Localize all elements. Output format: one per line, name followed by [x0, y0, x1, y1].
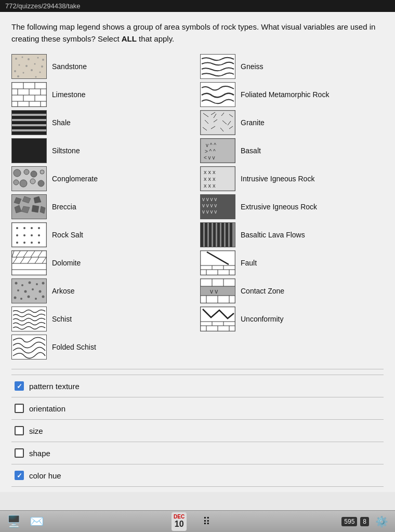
svg-point-139 [28, 296, 30, 298]
svg-point-12 [31, 69, 33, 71]
svg-text:v v v v: v v v v [202, 203, 217, 208]
basalt-label: Basalt [241, 147, 261, 155]
answer-row-pattern-texture[interactable]: pattern texture [11, 375, 384, 397]
checkbox-orientation[interactable] [15, 404, 24, 413]
checkbox-color-hue[interactable] [15, 471, 24, 480]
svg-rect-96 [201, 223, 203, 247]
svg-point-63 [20, 180, 27, 187]
svg-point-128 [15, 282, 18, 285]
dolomite-label: Dolomite [52, 259, 81, 267]
svg-rect-52 [12, 139, 46, 163]
dec-date: 10 [175, 520, 184, 529]
svg-point-62 [14, 180, 19, 185]
taskbar: 🖥️ ✉️ DEC 10 ⠿ 595 8 ⚙️ [0, 510, 395, 532]
legend-item-schist: Schist [11, 307, 195, 331]
unconformity-label: Unconformity [241, 315, 283, 323]
main-content: The following map legend shows a group o… [0, 12, 395, 492]
limestone-label: Limestone [52, 90, 86, 99]
svg-point-136 [39, 290, 42, 293]
svg-point-131 [36, 283, 38, 285]
answer-label-shape: shape [29, 449, 50, 458]
legend-item-conglomerate: Conglomerate [11, 166, 195, 191]
svg-point-6 [19, 64, 20, 66]
answer-row-orientation[interactable]: orientation [11, 397, 384, 420]
svg-point-10 [14, 70, 16, 72]
svg-point-90 [38, 234, 40, 236]
foliated-symbol [200, 82, 235, 107]
arkose-label: Arkose [52, 287, 75, 295]
svg-rect-99 [213, 223, 216, 247]
dec-label: DEC [174, 514, 185, 520]
svg-point-94 [38, 242, 40, 244]
legend-item-intrusive: x x x x x x x x x Intrusive Igneous Rock [200, 166, 384, 191]
svg-point-130 [29, 282, 31, 284]
svg-point-86 [38, 227, 40, 229]
answer-label-size: size [29, 427, 43, 435]
legend-item-shale: Shale [11, 110, 195, 135]
svg-rect-103 [230, 223, 232, 247]
legend-item-gneiss: Gneiss [200, 54, 384, 79]
svg-rect-34 [12, 116, 46, 119]
sandstone-label: Sandstone [52, 62, 87, 71]
svg-point-84 [23, 227, 25, 229]
gneiss-label: Gneiss [241, 62, 264, 71]
checkbox-size[interactable] [15, 426, 24, 435]
svg-point-65 [38, 180, 44, 187]
svg-rect-100 [217, 223, 220, 247]
answer-row-size[interactable]: size [11, 420, 384, 442]
answer-row-color-hue[interactable]: color hue [11, 464, 384, 487]
legend-item-dolomite: Dolomite [11, 250, 195, 275]
taskbar-dots[interactable]: ⠿ [197, 512, 216, 531]
granite-label: Granite [241, 118, 265, 127]
svg-point-93 [31, 242, 33, 244]
legend-item-granite: Granite [200, 110, 384, 135]
foliated-label: Foliated Metamorphic Rock [241, 90, 329, 99]
taskbar-icon-system[interactable]: ⚙️ [372, 512, 391, 531]
answer-label-orientation: orientation [29, 404, 65, 413]
legend-item-basaltic-lava: Basaltic Lava Flows [200, 222, 384, 247]
question-text: The following map legend shows a group o… [11, 21, 384, 45]
taskbar-icon-mail[interactable]: ✉️ [27, 512, 46, 531]
svg-text:< v v: < v v [204, 155, 215, 161]
svg-text:x  x  x: x x x [204, 176, 216, 182]
checkbox-pattern-texture[interactable] [15, 381, 24, 391]
svg-text:v  v: v v [210, 288, 218, 295]
svg-point-89 [31, 234, 33, 236]
intrusive-label: Intrusive Igneous Rock [241, 175, 314, 183]
svg-rect-37 [12, 131, 46, 135]
taskbar-calendar[interactable]: DEC 10 [172, 512, 187, 531]
granite-symbol [200, 110, 235, 135]
svg-rect-104 [12, 251, 46, 275]
svg-text:> ^ ^: > ^ ^ [205, 149, 216, 154]
svg-point-1 [15, 58, 17, 60]
svg-marker-76 [32, 205, 39, 212]
taskbar-icon-finder[interactable]: 🖥️ [4, 512, 23, 531]
siltstone-symbol [11, 138, 47, 163]
svg-text:v ^ ^: v ^ ^ [206, 142, 216, 148]
answer-label-color-hue: color hue [29, 471, 61, 480]
legend-grid: Sandstone Gneiss [11, 54, 384, 360]
checkbox-shape[interactable] [15, 448, 24, 458]
svg-point-129 [21, 284, 23, 286]
svg-rect-102 [226, 223, 228, 247]
legend-item-foliated: Foliated Metamorphic Rock [200, 82, 384, 107]
folded-schist-label: Folded Schist [52, 343, 96, 351]
svg-point-58 [14, 169, 21, 177]
svg-rect-35 [12, 121, 46, 124]
extrusive-label: Extrusive Igneous Rock [241, 203, 317, 211]
arkose-symbol [11, 278, 47, 303]
svg-rect-97 [205, 223, 207, 247]
legend-item-rock-salt: Rock Salt [11, 222, 195, 247]
svg-rect-98 [209, 223, 212, 247]
svg-text:x  x  x: x x x [204, 182, 216, 189]
svg-point-13 [40, 72, 41, 73]
svg-point-83 [16, 227, 18, 229]
rock-salt-label: Rock Salt [52, 231, 83, 239]
svg-point-88 [23, 234, 25, 236]
gneiss-symbol [200, 54, 235, 79]
answer-row-shape[interactable]: shape [11, 442, 384, 464]
dolomite-symbol [11, 250, 47, 275]
svg-point-85 [31, 227, 33, 229]
rock-salt-symbol [11, 222, 47, 247]
svg-point-87 [16, 234, 18, 236]
